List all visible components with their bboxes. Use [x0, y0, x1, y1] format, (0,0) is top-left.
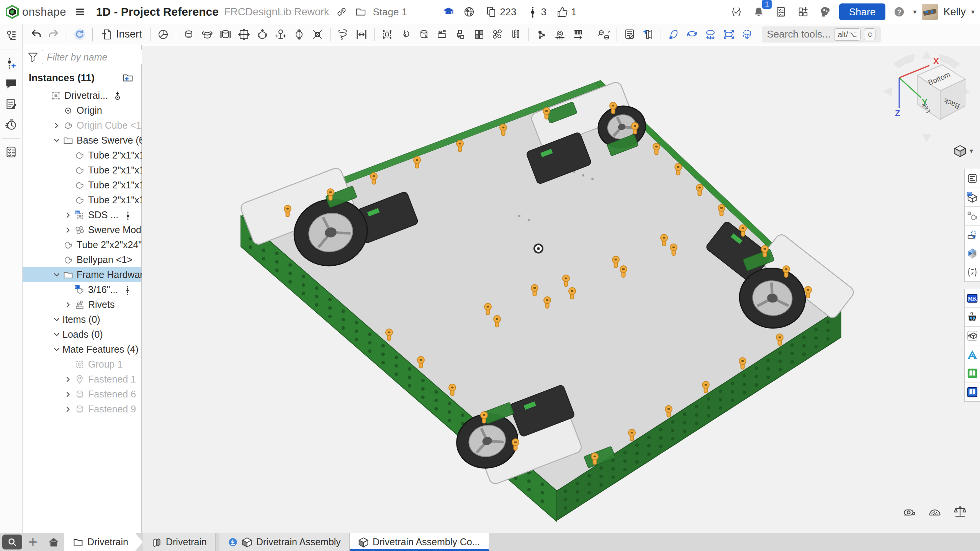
featurescript-status-icon[interactable]: [728, 3, 745, 20]
tape-measure-button[interactable]: [901, 504, 918, 519]
tree-item-frame-hardware-2[interactable]: Frame Hardware (2): [23, 267, 141, 282]
caret-right-icon[interactable]: [51, 120, 62, 131]
tab-drivetrain[interactable]: Drivetrain: [143, 533, 216, 551]
mate-tangent-button[interactable]: [308, 26, 327, 43]
spheres-button[interactable]: [488, 26, 507, 43]
named-views-button[interactable]: [639, 26, 657, 43]
mate-revolute-button[interactable]: [198, 26, 216, 43]
tree-item-fastened-1[interactable]: Fastened 1: [23, 372, 141, 387]
caret-right-icon[interactable]: [62, 299, 74, 311]
tree-item-drivetrai[interactable]: Drivetrai...: [23, 88, 141, 103]
caret-down-icon[interactable]: [51, 329, 62, 340]
caret-right-icon[interactable]: [62, 389, 74, 400]
replicate-button[interactable]: [433, 26, 452, 43]
rack-relation-button[interactable]: [569, 26, 587, 43]
tree-item-tube-2-x1-x17-5[interactable]: Tube 2"x1"x17.5" <...: [23, 163, 141, 178]
green-library-panel-button[interactable]: [965, 364, 980, 383]
exploded-view-button[interactable]: [595, 26, 613, 43]
search-tabs-button[interactable]: [2, 535, 22, 549]
tree-item-sds[interactable]: SDS ...: [23, 208, 141, 222]
insert-connector-rail-button[interactable]: [2, 54, 20, 72]
gear-relation-button[interactable]: [551, 26, 569, 43]
bom-table-button[interactable]: [620, 26, 639, 43]
caret-right-icon[interactable]: [62, 209, 74, 221]
caret-down-icon[interactable]: [51, 314, 62, 325]
undo-button[interactable]: [26, 26, 45, 43]
tree-item-origin-cube-1[interactable]: Origin Cube <1>: [23, 118, 141, 133]
doc-panel-panel-button[interactable]: [965, 169, 980, 188]
edit-in-context-button[interactable]: [378, 26, 396, 43]
select-cylinder-button[interactable]: [415, 26, 433, 43]
mass-properties-button[interactable]: [952, 504, 969, 519]
tree-item-mate-features-4[interactable]: Mate Features (4): [23, 342, 141, 357]
mate-ball-button[interactable]: [253, 26, 272, 43]
project-folder-icon[interactable]: [354, 5, 368, 19]
stat-likes[interactable]: 1: [556, 6, 576, 18]
view-mode-button[interactable]: ▾: [954, 144, 973, 157]
tree-item-tube-2-x1-x17-5[interactable]: Tube 2"x1"x17.5" <...: [23, 148, 141, 163]
tab-drivetrain-assembly-co[interactable]: Drivetrain Assembly Co...: [350, 533, 489, 551]
blue-library-panel-button[interactable]: [965, 383, 980, 401]
caret-right-icon[interactable]: [62, 224, 74, 236]
anchor-icon[interactable]: [113, 91, 123, 101]
tree-item-rivets[interactable]: Rivets: [23, 297, 141, 312]
tree-item-bellypan-1[interactable]: Bellypan <1>: [23, 252, 141, 267]
stat-versions[interactable]: 3: [527, 6, 546, 18]
protractor-button[interactable]: [926, 504, 943, 519]
tree-item-fastened-9[interactable]: Fastened 9: [23, 402, 141, 417]
tab-drivetrain-assembly[interactable]: Drivetrain Assembly: [219, 533, 350, 551]
insert-button[interactable]: Insert: [96, 26, 147, 43]
view-cube[interactable]: Bottom Left Back X Y Z: [879, 49, 975, 144]
new-tab-button[interactable]: +: [23, 533, 43, 551]
app-store-button[interactable]: [795, 3, 811, 20]
mate-slider-button[interactable]: [216, 26, 235, 43]
mate-limits-button[interactable]: [352, 26, 371, 43]
caret-down-icon[interactable]: [51, 135, 62, 146]
add-folder-icon[interactable]: [121, 70, 135, 85]
mate-fastened-button[interactable]: [154, 26, 172, 43]
altium-panel-button[interactable]: [965, 345, 980, 364]
pattern-button[interactable]: [470, 26, 488, 43]
redo-button[interactable]: [45, 26, 63, 43]
appearance-panel-button[interactable]: [965, 244, 980, 263]
center-tool-button[interactable]: [720, 26, 738, 43]
tree-item-swerve-modules[interactable]: Swerve Modules: [23, 222, 141, 237]
caret-right-icon[interactable]: [62, 404, 74, 415]
caret-down-icon[interactable]: [51, 269, 62, 281]
tree-item-group-1[interactable]: Group 1: [23, 357, 141, 372]
tree-item-3-16[interactable]: 3/16"...: [23, 282, 141, 297]
drop-tool-button[interactable]: [738, 26, 756, 43]
sync-button[interactable]: [70, 26, 89, 43]
robot-assistant-panel-button[interactable]: [965, 308, 980, 327]
search-tools-button[interactable]: Search tools... alt/⌥ c: [762, 26, 881, 43]
follow-checklist-rail-button[interactable]: [2, 143, 20, 161]
avatar[interactable]: [922, 4, 938, 20]
feature-list-rail-button[interactable]: [2, 27, 20, 44]
derived-panel-button[interactable]: [965, 207, 980, 226]
caret-right-icon[interactable]: [62, 374, 74, 385]
tree-item-fastened-6[interactable]: Fastened 6: [23, 387, 141, 402]
mate-connector-button[interactable]: [532, 26, 551, 43]
mate-pin-slot-button[interactable]: [272, 26, 290, 43]
mate-cup-button[interactable]: [180, 26, 198, 43]
user-name[interactable]: Kelly: [943, 6, 966, 18]
history-rail-button[interactable]: [2, 116, 20, 134]
mate-cylindrical-button[interactable]: [290, 26, 308, 43]
snap-mode-button[interactable]: [396, 26, 415, 43]
mkcad-panel-button[interactable]: MK: [965, 289, 980, 308]
main-menu-button[interactable]: [72, 3, 88, 20]
notifications-button[interactable]: 1: [750, 3, 767, 20]
mate-relation-button[interactable]: [334, 26, 352, 43]
tree-item-tube-2-x2-x24-1[interactable]: Tube 2"x2"x24" <1>: [23, 237, 141, 252]
configurations-panel-button[interactable]: [965, 188, 980, 207]
public-document-icon[interactable]: [461, 4, 477, 20]
user-menu-caret-icon[interactable]: ▾: [971, 8, 975, 16]
translate-down-button[interactable]: [701, 26, 720, 43]
learning-center-icon[interactable]: [441, 4, 456, 20]
tree-item-base-swerve-6[interactable]: Base Swerve (6): [23, 133, 141, 148]
folder-label[interactable]: Stage 1: [373, 6, 407, 18]
tree-item-origin[interactable]: Origin: [23, 103, 141, 118]
filter-icon[interactable]: [27, 51, 39, 64]
mirror-button[interactable]: [507, 26, 525, 43]
3d-viewport[interactable]: Bottom Left Back X Y Z ▾ xMK: [142, 46, 980, 533]
